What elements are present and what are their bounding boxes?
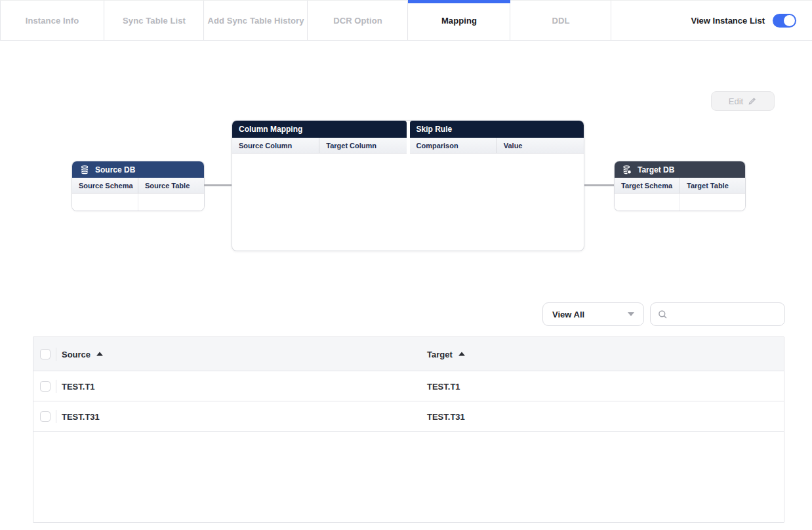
tabbar-right-area: View Instance List bbox=[611, 1, 812, 40]
source-schema-column-header: Source Schema bbox=[72, 178, 138, 193]
table-row[interactable]: TEST.T1 TEST.T1 bbox=[33, 371, 784, 401]
column-mapping-columns: Source Column Target Column bbox=[232, 138, 407, 153]
target-schema-column-header: Target Schema bbox=[615, 178, 680, 193]
tab-label: Instance Info bbox=[26, 16, 79, 26]
table-row[interactable]: TEST.T31 TEST.T31 bbox=[33, 401, 784, 432]
table-empty-area bbox=[33, 432, 784, 521]
tab-mapping[interactable]: Mapping bbox=[408, 1, 510, 40]
tab-dcr-option[interactable]: DCR Option bbox=[308, 1, 408, 40]
source-table-column-header: Source Table bbox=[138, 178, 204, 193]
target-db-header: Target DB bbox=[615, 161, 745, 178]
search-box bbox=[650, 302, 785, 326]
sort-ascending-icon bbox=[96, 352, 103, 356]
source-db-panel: Source DB Source Schema Source Table bbox=[72, 161, 204, 211]
column-mapping-panel: Column Mapping Source Column Target Colu… bbox=[232, 121, 584, 251]
target-db-panel: Target DB Target Schema Target Table bbox=[615, 161, 745, 211]
view-all-dropdown[interactable]: View All bbox=[542, 302, 644, 326]
tab-label: DDL bbox=[552, 16, 569, 26]
tab-label: Mapping bbox=[441, 16, 477, 26]
tab-bar: Instance Info Sync Table List Add Sync T… bbox=[0, 0, 812, 41]
row-source-value: TEST.T31 bbox=[62, 411, 100, 421]
skip-rule-columns: Comparison Value bbox=[410, 138, 584, 153]
tab-add-sync-table-history[interactable]: Add Sync Table History bbox=[204, 1, 308, 40]
target-db-title: Target DB bbox=[638, 165, 674, 174]
mapping-panel-headers: Column Mapping Source Column Target Colu… bbox=[232, 121, 584, 153]
source-column-header: Source Column bbox=[232, 138, 319, 153]
view-instance-list-label: View Instance List bbox=[691, 16, 765, 26]
tab-label: Add Sync Table History bbox=[207, 16, 304, 26]
tab-instance-info[interactable]: Instance Info bbox=[0, 1, 104, 40]
sort-ascending-icon bbox=[458, 352, 465, 356]
tab-ddl[interactable]: DDL bbox=[510, 1, 611, 40]
source-column-sort[interactable]: Source bbox=[62, 349, 103, 359]
value-column-header: Value bbox=[497, 138, 584, 153]
table-header-row: Source Target bbox=[33, 337, 784, 371]
target-column-label: Target bbox=[427, 349, 453, 359]
target-db-columns: Target Schema Target Table bbox=[615, 178, 745, 194]
row-checkbox[interactable] bbox=[40, 411, 51, 422]
column-mapping-section: Column Mapping Source Column Target Colu… bbox=[232, 121, 407, 153]
row-checkbox[interactable] bbox=[40, 381, 51, 392]
comparison-column-header: Comparison bbox=[410, 138, 497, 153]
edit-button-label: Edit bbox=[729, 96, 743, 106]
target-column-header: Target Column bbox=[319, 138, 406, 153]
edit-button[interactable]: Edit bbox=[711, 91, 775, 111]
column-mapping-title: Column Mapping bbox=[232, 121, 407, 138]
select-all-checkbox[interactable] bbox=[40, 349, 51, 359]
source-db-header: Source DB bbox=[72, 161, 204, 178]
skip-rule-title: Skip Rule bbox=[410, 121, 584, 138]
row-target-value: TEST.T1 bbox=[427, 381, 460, 391]
pencil-icon bbox=[748, 96, 757, 106]
toggle-knob bbox=[784, 15, 795, 26]
database-icon bbox=[80, 165, 89, 174]
row-divider bbox=[56, 410, 56, 423]
skip-rule-section: Skip Rule Comparison Value bbox=[410, 121, 584, 153]
tab-label: DCR Option bbox=[333, 16, 382, 26]
database-check-icon bbox=[622, 165, 632, 174]
target-connector-line bbox=[584, 184, 615, 186]
row-divider bbox=[56, 380, 56, 393]
row-target-value: TEST.T31 bbox=[427, 411, 465, 421]
row-source-value: TEST.T1 bbox=[62, 381, 95, 391]
view-instance-list-toggle[interactable] bbox=[773, 14, 796, 28]
tab-sync-table-list[interactable]: Sync Table List bbox=[104, 1, 204, 40]
search-icon bbox=[658, 310, 668, 319]
source-connector-line bbox=[204, 184, 232, 186]
view-all-selected-value: View All bbox=[552, 310, 628, 319]
target-column-sort[interactable]: Target bbox=[427, 349, 465, 359]
source-db-title: Source DB bbox=[95, 165, 135, 174]
mapping-table: Source Target TEST.T1 TEST.T1 TEST.T31 T… bbox=[33, 336, 784, 523]
source-db-empty-row bbox=[72, 194, 204, 211]
mapping-page: Instance Info Sync Table List Add Sync T… bbox=[0, 0, 812, 530]
source-column-label: Source bbox=[62, 349, 91, 359]
source-db-columns: Source Schema Source Table bbox=[72, 178, 204, 194]
target-db-empty-row bbox=[615, 194, 745, 211]
tab-label: Sync Table List bbox=[123, 16, 186, 26]
chevron-down-icon bbox=[628, 312, 634, 316]
header-divider bbox=[56, 348, 56, 361]
search-input[interactable] bbox=[673, 310, 788, 319]
target-table-column-header: Target Table bbox=[680, 178, 745, 193]
